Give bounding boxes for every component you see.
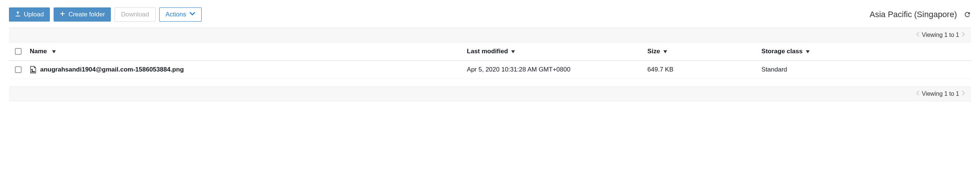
svg-point-0 — [32, 69, 33, 70]
row-name-cell: anugrahsandi1904@gmail.com-1586053884.pn… — [30, 66, 467, 74]
download-button-label: Download — [121, 11, 149, 18]
actions-button[interactable]: Actions — [159, 8, 202, 22]
upload-button[interactable]: Upload — [9, 8, 50, 22]
pagination-text-top: Viewing 1 to 1 — [916, 32, 965, 38]
row-name[interactable]: anugrahsandi1904@gmail.com-1586053884.pn… — [40, 66, 184, 74]
viewing-label: Viewing 1 to 1 — [922, 91, 959, 97]
toolbar: Upload Create folder Download Actions As… — [9, 8, 971, 22]
actions-button-label: Actions — [165, 11, 186, 18]
chevron-right-icon[interactable] — [961, 32, 965, 38]
chevron-right-icon[interactable] — [961, 91, 965, 97]
sort-caret-icon — [511, 48, 515, 55]
column-header-name[interactable]: Name — [30, 48, 467, 55]
viewing-label: Viewing 1 to 1 — [922, 32, 959, 38]
pagination-bar-bottom: Viewing 1 to 1 — [9, 86, 971, 101]
column-name-label: Name — [30, 48, 47, 55]
row-modified: Apr 5, 2020 10:31:28 AM GMT+0800 — [467, 66, 648, 74]
upload-icon — [15, 11, 21, 19]
download-button: Download — [115, 8, 156, 22]
column-header-size[interactable]: Size — [648, 48, 761, 55]
refresh-icon[interactable] — [964, 11, 971, 18]
row-checkbox-cell — [15, 66, 30, 73]
chevron-down-icon — [189, 11, 195, 19]
file-image-icon — [30, 66, 37, 74]
create-folder-button-label: Create folder — [68, 11, 105, 18]
sort-caret-icon — [806, 48, 810, 55]
row-storage: Standard — [762, 66, 965, 74]
upload-button-label: Upload — [24, 11, 44, 18]
plus-icon — [59, 11, 65, 19]
chevron-left-icon[interactable] — [916, 32, 920, 38]
chevron-left-icon[interactable] — [916, 91, 920, 97]
select-all-checkbox[interactable] — [15, 48, 22, 55]
toolbar-left: Upload Create folder Download Actions — [9, 8, 202, 22]
create-folder-button[interactable]: Create folder — [54, 8, 111, 22]
column-storage-label: Storage class — [762, 48, 803, 55]
pagination-text-bottom: Viewing 1 to 1 — [916, 91, 965, 97]
pagination-bar-top: Viewing 1 to 1 — [9, 27, 971, 43]
column-header-modified[interactable]: Last modified — [467, 48, 648, 55]
column-header-storage[interactable]: Storage class — [762, 48, 965, 55]
toolbar-right: Asia Pacific (Singapore) — [870, 10, 971, 19]
column-modified-label: Last modified — [467, 48, 508, 55]
row-checkbox[interactable] — [15, 66, 22, 73]
table-header: Name Last modified Size Storage class — [9, 43, 971, 61]
region-label: Asia Pacific (Singapore) — [870, 10, 957, 19]
sort-caret-icon — [52, 48, 56, 55]
select-all-cell — [15, 48, 30, 55]
table-row[interactable]: anugrahsandi1904@gmail.com-1586053884.pn… — [9, 61, 971, 79]
row-size: 649.7 KB — [648, 66, 761, 74]
sort-caret-icon — [663, 48, 667, 55]
column-size-label: Size — [648, 48, 660, 55]
